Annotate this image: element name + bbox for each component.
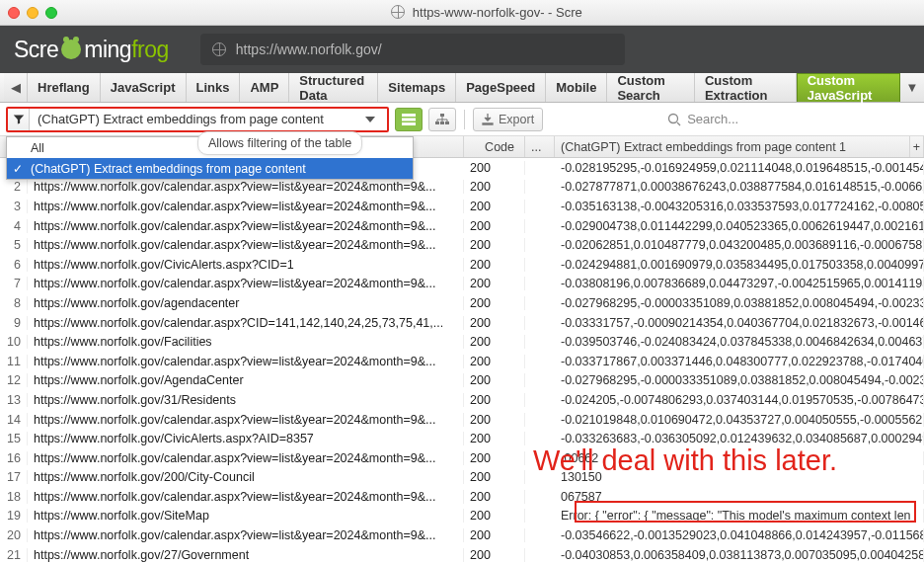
close-window-button[interactable] (8, 7, 20, 19)
rownum-cell: 6 (0, 258, 28, 272)
table-row[interactable]: 2https://www.norfolk.gov/calendar.aspx?v… (0, 178, 924, 198)
annotation-text: We'll deal with this later. (533, 444, 837, 477)
tab-custom-extraction[interactable]: Custom Extraction (695, 73, 797, 102)
filter-icon-button[interactable] (8, 109, 30, 130)
window-titlebar: https-www-norfolk-gov- - Scre (0, 0, 924, 26)
table-row[interactable]: 6https://www.norfolk.gov/CivicAlerts.asp… (0, 255, 924, 275)
table-row[interactable]: 14https://www.norfolk.gov/calendar.aspx?… (0, 410, 924, 430)
table-row[interactable]: 4https://www.norfolk.gov/calendar.aspx?v… (0, 216, 924, 236)
brand-bar: Scremingfrog https://www.norfolk.gov/ (0, 26, 924, 73)
globe-icon (212, 42, 226, 56)
tab-custom-javascript[interactable]: Custom JavaScript (797, 73, 900, 102)
funnel-icon (13, 114, 25, 125)
table-row[interactable]: 12https://www.norfolk.gov/AgendaCenter20… (0, 371, 924, 391)
maximize-window-button[interactable] (45, 7, 57, 19)
search-input[interactable]: Search... (667, 112, 738, 126)
col-add-button[interactable]: + (910, 136, 924, 157)
embedding-cell: -0.027877871,0.00038676243,0.038877584,0… (555, 180, 924, 194)
url-text: https://www.norfolk.gov/ (236, 41, 382, 57)
filter-dropdown[interactable]: (ChatGPT) Extract embeddings from page c… (6, 107, 389, 132)
table-row[interactable]: 19https://www.norfolk.gov/SiteMap200Erro… (0, 507, 924, 526)
tab-scroll-left[interactable]: ◀ (4, 73, 28, 102)
address-cell: https://www.norfolk.gov/CivicAlerts.aspx… (28, 258, 464, 272)
rownum-cell: 4 (0, 219, 28, 233)
code-cell: 200 (464, 296, 525, 310)
table-row[interactable]: 20https://www.norfolk.gov/calendar.aspx?… (0, 525, 924, 545)
svg-rect-1 (435, 121, 439, 124)
col-code[interactable]: Code (464, 136, 525, 157)
svg-rect-0 (440, 114, 444, 117)
address-cell: https://www.norfolk.gov/calendar.aspx?vi… (28, 200, 464, 213)
address-cell: https://www.norfolk.gov/calendar.aspx?vi… (28, 219, 464, 233)
address-cell: https://www.norfolk.gov/SiteMap (28, 509, 464, 523)
table-row[interactable]: 21https://www.norfolk.gov/27/Government2… (0, 545, 924, 565)
tab-overflow-menu[interactable]: ▼ (900, 73, 924, 102)
rownum-cell: 21 (0, 548, 28, 562)
filter-selected-value[interactable]: (ChatGPT) Extract embeddings from page c… (30, 109, 387, 130)
col-dots[interactable]: ... (525, 136, 555, 157)
embedding-cell: 067587 (555, 490, 924, 504)
view-list-button[interactable] (395, 108, 423, 131)
caret-down-icon (365, 117, 375, 122)
col-embeddings[interactable]: (ChatGPT) Extract embeddings from page c… (555, 136, 910, 157)
tab-amp[interactable]: AMP (240, 73, 289, 102)
code-cell: 200 (464, 200, 525, 213)
code-cell: 200 (464, 335, 525, 349)
code-cell: 200 (464, 509, 525, 523)
rownum-cell: 3 (0, 200, 28, 213)
tab-links[interactable]: Links (187, 73, 241, 102)
embedding-cell: -0.029004738,0.011442299,0.040523365,0.0… (555, 219, 924, 233)
tab-mobile[interactable]: Mobile (546, 73, 607, 102)
tab-structured-data[interactable]: Structured Data (289, 73, 378, 102)
table-row[interactable]: 8https://www.norfolk.gov/agendacenter200… (0, 293, 924, 313)
tab-javascript[interactable]: JavaScript (101, 73, 187, 102)
table-row[interactable]: 9https://www.norfolk.gov/calendar.aspx?C… (0, 313, 924, 333)
rownum-cell: 17 (0, 470, 28, 484)
svg-rect-3 (445, 121, 449, 124)
rownum-cell: 12 (0, 373, 28, 387)
table-row[interactable]: 10https://www.norfolk.gov/Facilities200-… (0, 332, 924, 352)
code-cell: 200 (464, 432, 525, 445)
rownum-cell: 5 (0, 238, 28, 252)
rownum-cell: 2 (0, 180, 28, 194)
table-row[interactable]: 7https://www.norfolk.gov/calendar.aspx?v… (0, 275, 924, 294)
code-cell: 200 (464, 238, 525, 252)
rownum-cell: 8 (0, 296, 28, 310)
embedding-cell: -0.03546622,-0.0013529023,0.041048866,0.… (555, 528, 924, 542)
address-cell: https://www.norfolk.gov/calendar.aspx?vi… (28, 528, 464, 542)
embedding-cell: -0.024294881,0.001690979,0.035834495,0.0… (555, 258, 924, 272)
view-tree-button[interactable] (428, 108, 456, 131)
table-row[interactable]: 5https://www.norfolk.gov/calendar.aspx?v… (0, 235, 924, 255)
minimize-window-button[interactable] (27, 7, 38, 19)
window-title: https-www-norfolk-gov- - Scre (57, 5, 916, 20)
filter-option-selected[interactable]: (ChatGPT) Extract embeddings from page c… (7, 158, 413, 179)
code-cell: 200 (464, 161, 525, 175)
embedding-cell: -0.028195295,-0.016924959,0.021114048,0.… (555, 161, 924, 175)
app-logo: Scremingfrog (14, 37, 169, 63)
table-row[interactable]: 13https://www.norfolk.gov/31/Residents20… (0, 390, 924, 410)
address-cell: https://www.norfolk.gov/200/City-Council (28, 470, 464, 484)
embedding-cell: -0.03331757,-0.00090214354,0.040367704,0… (555, 316, 924, 330)
tab-bar: ◀ Hreflang JavaScript Links AMP Structur… (0, 73, 924, 103)
tab-custom-search[interactable]: Custom Search (607, 73, 694, 102)
tab-sitemaps[interactable]: Sitemaps (378, 73, 456, 102)
table-row[interactable]: 11https://www.norfolk.gov/calendar.aspx?… (0, 352, 924, 371)
address-cell: https://www.norfolk.gov/calendar.aspx?vi… (28, 180, 464, 194)
embedding-cell: -0.02062851,0.010487779,0.043200485,0.00… (555, 238, 924, 252)
rownum-cell: 10 (0, 335, 28, 349)
code-cell: 200 (464, 413, 525, 427)
tab-pagespeed[interactable]: PageSpeed (456, 73, 546, 102)
embedding-cell: -0.03808196,0.007836689,0.04473297,-0.00… (555, 277, 924, 290)
code-cell: 200 (464, 451, 525, 465)
table-row[interactable]: 3https://www.norfolk.gov/calendar.aspx?v… (0, 197, 924, 216)
frog-icon (61, 40, 81, 59)
embedding-cell: -0.027968295,-0.00003351089,0.03881852,0… (555, 296, 924, 310)
export-button[interactable]: Export (473, 108, 543, 131)
url-input[interactable]: https://www.norfolk.gov/ (200, 34, 625, 65)
address-cell: https://www.norfolk.gov/27/Government (28, 548, 464, 562)
tab-hreflang[interactable]: Hreflang (28, 73, 101, 102)
table-row[interactable]: 18https://www.norfolk.gov/calendar.aspx?… (0, 487, 924, 507)
table-body: 200-0.028195295,-0.016924959,0.021114048… (0, 158, 924, 565)
code-cell: 200 (464, 258, 525, 272)
tree-icon (435, 114, 449, 125)
